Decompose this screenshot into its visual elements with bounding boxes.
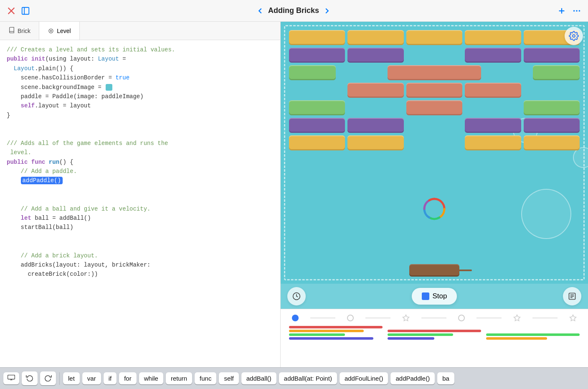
redo-key[interactable] <box>40 371 56 385</box>
tab-close-icon[interactable] <box>48 28 54 34</box>
stop-button[interactable]: Stop <box>412 288 457 305</box>
code-line: } <box>7 111 274 120</box>
more-button[interactable] <box>572 6 581 15</box>
progress-star-5 <box>513 314 521 322</box>
progress-dots <box>289 314 580 322</box>
tab-level[interactable]: Level <box>39 22 79 40</box>
key-var[interactable]: var <box>82 372 101 384</box>
brick <box>524 100 580 115</box>
keyboard-bar: let var if for while return func self ad… <box>0 367 588 389</box>
brick <box>289 100 345 115</box>
code-line: /// Adds all of the game elements and ru… <box>7 139 274 148</box>
game-controls-bar: Stop <box>281 284 588 309</box>
code-line: addBricks(layout: layout, brickMaker: <box>7 260 274 270</box>
code-line: public func run() { <box>7 158 274 167</box>
notes-button[interactable] <box>563 287 581 305</box>
preview-item-2 <box>388 330 481 340</box>
key-self[interactable]: self <box>219 372 238 384</box>
brick <box>406 118 462 133</box>
top-bar-center: Adding Bricks <box>256 6 332 15</box>
code-line: let ball = addBall() <box>7 214 274 223</box>
brick <box>465 30 521 45</box>
code-line <box>7 120 274 129</box>
svg-marker-19 <box>403 315 409 321</box>
code-line: scene.backgroundImage = <box>7 83 274 92</box>
sidebar-toggle-button[interactable] <box>21 6 30 15</box>
code-line: addPaddle() <box>7 176 274 185</box>
key-func[interactable]: func <box>195 372 216 384</box>
highlighted-code: addPaddle() <box>21 177 63 184</box>
book-icon <box>8 27 15 35</box>
dot-line <box>365 318 390 318</box>
dot-line <box>476 318 502 318</box>
brick <box>524 118 580 133</box>
key-addpaddle[interactable]: addPaddle() <box>390 372 435 384</box>
code-line: scene.hasCollisionBorder = true <box>7 73 274 82</box>
code-line <box>7 195 274 204</box>
forward-button[interactable] <box>322 6 332 15</box>
key-for[interactable]: for <box>119 372 137 384</box>
paddle <box>409 264 459 277</box>
code-panel: Brick Level /// Creates a level and sets… <box>0 22 281 367</box>
progress-dot-4 <box>458 315 465 321</box>
key-addball[interactable]: addBall() <box>241 372 276 384</box>
key-addfoulline[interactable]: addFoulLine() <box>340 372 388 384</box>
timer-button[interactable] <box>287 287 306 305</box>
dot-line <box>421 318 446 318</box>
progress-dot-1 <box>292 315 299 321</box>
code-line <box>7 232 274 242</box>
back-button[interactable] <box>256 6 265 15</box>
preview-bar <box>388 330 481 332</box>
svg-point-6 <box>573 10 575 12</box>
svg-point-8 <box>579 10 580 12</box>
preview-item-1 <box>289 326 383 340</box>
preview-bar <box>289 330 364 332</box>
brick-row <box>289 118 580 133</box>
brick <box>289 65 336 80</box>
brick-row <box>289 48 580 63</box>
code-line <box>7 130 274 139</box>
undo-key[interactable] <box>22 371 38 385</box>
brick-row <box>289 135 580 150</box>
tab-brick-label: Brick <box>18 28 30 34</box>
brick <box>289 83 345 98</box>
code-editor[interactable]: /// Creates a level and sets its initial… <box>0 40 280 367</box>
top-bar: Adding Bricks <box>0 0 588 22</box>
tab-brick[interactable]: Brick <box>0 22 39 40</box>
settings-button[interactable] <box>565 27 583 45</box>
close-button[interactable] <box>7 6 16 15</box>
keyboard-toggle-key[interactable] <box>3 372 19 384</box>
brick <box>524 135 580 150</box>
add-button[interactable] <box>557 6 566 15</box>
brick <box>338 65 385 80</box>
brick <box>347 100 403 115</box>
ball-spinner <box>423 197 446 221</box>
main-area: Brick Level /// Creates a level and sets… <box>0 22 588 367</box>
preview-bar <box>289 326 383 328</box>
key-addball-point[interactable]: addBall(at: Point) <box>279 372 337 384</box>
key-let[interactable]: let <box>63 372 80 384</box>
brick <box>347 83 403 98</box>
brick <box>347 30 403 45</box>
dot-line <box>310 318 335 318</box>
svg-marker-20 <box>514 315 520 321</box>
progress-star-6 <box>569 314 577 322</box>
code-line: // Add a paddle. <box>7 167 274 176</box>
code-line: startBall(ball) <box>7 223 274 232</box>
brick <box>289 135 345 150</box>
brick <box>406 30 462 45</box>
brick <box>465 100 521 115</box>
keyboard-separator <box>59 372 60 385</box>
key-if[interactable]: if <box>104 372 117 384</box>
page-title: Adding Bricks <box>268 6 319 15</box>
key-return[interactable]: return <box>166 372 192 384</box>
key-ba[interactable]: ba <box>437 372 454 384</box>
progress-dot-2 <box>347 315 354 321</box>
brick <box>388 65 481 80</box>
preview-bar <box>388 337 434 340</box>
key-while[interactable]: while <box>139 372 163 384</box>
stop-label: Stop <box>433 292 447 300</box>
code-line: // Add a ball and give it a velocity. <box>7 204 274 214</box>
progress-panel <box>281 309 588 367</box>
brick <box>524 48 580 63</box>
